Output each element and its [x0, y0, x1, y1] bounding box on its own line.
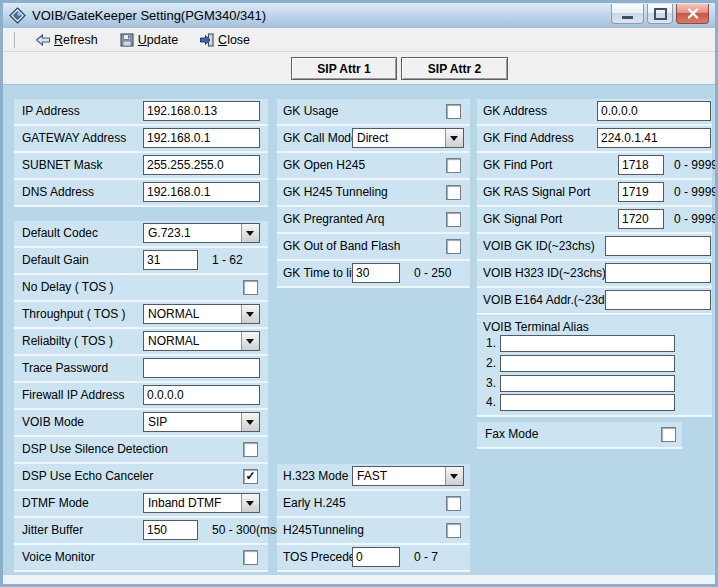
h245tunneling-row: H245Tunneling	[277, 518, 470, 543]
gk-address-input[interactable]	[597, 101, 711, 121]
gk-signal-port-range: 0 - 9999	[674, 207, 718, 232]
terminal-alias-3-number: 3.	[486, 375, 496, 392]
gk-signal-port-row: GK Signal Port0 - 9999	[477, 207, 712, 232]
voib-mode-select[interactable]: SIP	[143, 412, 260, 432]
subnet-mask-label: SUBNET Mask	[22, 153, 102, 178]
voib-gk-id-23chs-input[interactable]	[605, 236, 711, 256]
h-323-mode-row: H.323 ModeFAST	[277, 464, 470, 489]
gk-address-label: GK Address	[483, 99, 547, 124]
no-delay-tos-label: No Delay ( TOS )	[22, 275, 114, 300]
early-h-245-label: Early H.245	[283, 491, 346, 516]
gk-pregranted-arq-checkbox[interactable]	[446, 212, 461, 227]
dsp-use-silence-detection-label: DSP Use Silence Detection	[22, 437, 168, 462]
ip-address-input[interactable]	[143, 101, 260, 121]
terminal-alias-2-number: 2.	[486, 355, 496, 372]
gateway-address-input[interactable]	[143, 128, 260, 148]
default-gain-label: Default Gain	[22, 248, 89, 273]
firewall-ip-address-label: Firewall IP Address	[22, 383, 125, 408]
gk-ras-signal-port-input[interactable]	[618, 182, 664, 202]
trace-password-input[interactable]	[143, 358, 260, 378]
gk-time-to-live-sec-row: GK Time to live(sec)0 - 250	[277, 261, 470, 286]
fax-mode-checkbox[interactable]	[661, 427, 676, 442]
voice-monitor-checkbox[interactable]	[243, 550, 258, 565]
h-323-mode-value: FAST	[357, 468, 387, 485]
gk-usage-checkbox[interactable]	[446, 104, 461, 119]
subnet-mask-input[interactable]	[143, 155, 260, 175]
gk-usage-label: GK Usage	[283, 99, 338, 124]
voib-h323-id-23chs-input[interactable]	[605, 263, 711, 283]
gk-find-address-input[interactable]	[597, 128, 711, 148]
default-codec-row: Default CodecG.723.1	[14, 221, 268, 246]
gk-find-port-input[interactable]	[618, 155, 664, 175]
dns-address-row: DNS Address	[14, 180, 268, 205]
h245tunneling-checkbox[interactable]	[446, 523, 461, 538]
codec-group: Default CodecG.723.1Default Gain1 - 62No…	[14, 221, 268, 572]
throughput-tos-dropdown-button[interactable]	[241, 305, 259, 323]
dtmf-mode-dropdown-button[interactable]	[241, 494, 259, 512]
gk-time-to-live-sec-range: 0 - 250	[414, 261, 451, 286]
gk-find-port-range: 0 - 9999	[674, 153, 718, 178]
voice-monitor-row: Voice Monitor	[14, 545, 268, 570]
default-codec-value: G.723.1	[148, 225, 191, 242]
gk-h245-tunneling-checkbox[interactable]	[446, 185, 461, 200]
reliabilty-tos-row: Reliabilty ( TOS )NORMAL	[14, 329, 268, 354]
ip-address-label: IP Address	[22, 99, 80, 124]
voib-mode-dropdown-button[interactable]	[241, 413, 259, 431]
tos-precedence-range: 0 - 7	[414, 545, 438, 570]
jitter-buffer-input[interactable]	[143, 520, 198, 540]
gk-call-mode-dropdown-button[interactable]	[445, 129, 463, 147]
default-codec-dropdown-button[interactable]	[241, 224, 259, 242]
dtmf-mode-value: Inband DTMF	[148, 495, 221, 512]
dsp-use-echo-canceler-checkbox[interactable]: ✓	[243, 469, 258, 484]
default-codec-select[interactable]: G.723.1	[143, 223, 260, 243]
voib-e164-addr-23dgt-input[interactable]	[605, 290, 711, 310]
reliabilty-tos-select[interactable]: NORMAL	[143, 331, 260, 351]
gk-out-of-band-flash-row: GK Out of Band Flash	[277, 234, 470, 259]
gk-find-port-row: GK Find Port0 - 9999	[477, 153, 712, 178]
early-h-245-checkbox[interactable]	[446, 496, 461, 511]
terminal-alias-group: VOIB Terminal Alias1.2.3.4.	[477, 316, 712, 415]
gk-call-mode-select[interactable]: Direct	[352, 128, 464, 148]
chevron-down-icon	[246, 339, 254, 348]
dsp-use-silence-detection-checkbox[interactable]	[243, 442, 258, 457]
jitter-buffer-label: Jitter Buffer	[22, 518, 83, 543]
terminal-alias-1-input[interactable]	[500, 335, 675, 352]
chevron-down-icon	[246, 312, 254, 321]
tos-precedence-input[interactable]	[352, 547, 400, 567]
gk-signal-port-input[interactable]	[618, 209, 664, 229]
terminal-alias-3-input[interactable]	[500, 375, 675, 392]
h-323-mode-select[interactable]: FAST	[352, 466, 464, 486]
reliabilty-tos-dropdown-button[interactable]	[241, 332, 259, 350]
terminal-alias-2-input[interactable]	[500, 355, 675, 372]
gk-open-h245-checkbox[interactable]	[446, 158, 461, 173]
dtmf-mode-row: DTMF ModeInband DTMF	[14, 491, 268, 516]
h-323-mode-dropdown-button[interactable]	[445, 467, 463, 485]
gk-out-of-band-flash-label: GK Out of Band Flash	[283, 234, 400, 259]
throughput-tos-value: NORMAL	[148, 306, 199, 323]
voib-gk-id-23chs-label: VOIB GK ID(~23chs)	[483, 234, 595, 259]
gateway-address-row: GATEWAY Address	[14, 126, 268, 151]
reliabilty-tos-value: NORMAL	[148, 333, 199, 350]
h-323-mode-label: H.323 Mode	[283, 464, 348, 489]
gk-time-to-live-sec-input[interactable]	[352, 263, 400, 283]
gk-out-of-band-flash-checkbox[interactable]	[446, 239, 461, 254]
terminal-alias-4-input[interactable]	[500, 394, 675, 411]
gk-open-h245-label: GK Open H245	[283, 153, 365, 178]
voib-mode-label: VOIB Mode	[22, 410, 84, 435]
firewall-ip-address-row: Firewall IP Address	[14, 383, 268, 408]
trace-password-row: Trace Password	[14, 356, 268, 381]
throughput-tos-select[interactable]: NORMAL	[143, 304, 260, 324]
dtmf-mode-select[interactable]: Inband DTMF	[143, 493, 260, 513]
gk-find-port-label: GK Find Port	[483, 153, 552, 178]
voib-mode-row: VOIB ModeSIP	[14, 410, 268, 435]
gk-call-mode-value: Direct	[357, 130, 388, 147]
dns-address-input[interactable]	[143, 182, 260, 202]
voib-mode-value: SIP	[148, 414, 167, 431]
jitter-buffer-row: Jitter Buffer50 - 300(msec)	[14, 518, 268, 543]
no-delay-tos-checkbox[interactable]	[243, 280, 258, 295]
network-group: IP AddressGATEWAY AddressSUBNET MaskDNS …	[14, 99, 268, 207]
default-gain-input[interactable]	[143, 250, 198, 270]
gk-pregranted-arq-label: GK Pregranted Arq	[283, 207, 384, 232]
gk-ras-signal-port-label: GK RAS Signal Port	[483, 180, 590, 205]
firewall-ip-address-input[interactable]	[143, 385, 260, 405]
